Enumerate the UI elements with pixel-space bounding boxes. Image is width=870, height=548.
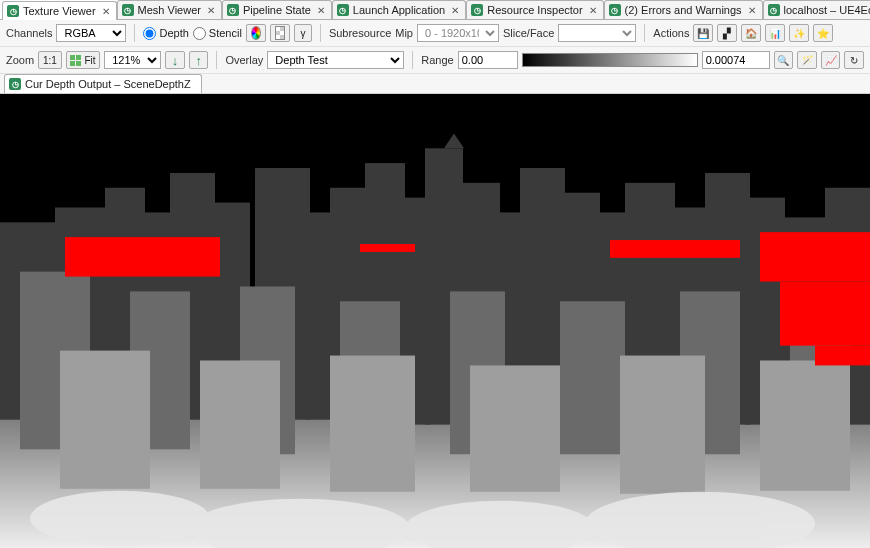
svg-rect-42 — [760, 232, 870, 281]
tab-texture-viewer[interactable]: ◷ Texture Viewer ✕ — [2, 1, 117, 20]
range-max-input[interactable] — [702, 51, 770, 69]
tab-label: Launch Application — [353, 4, 445, 16]
stencil-radio-label: Stencil — [209, 27, 242, 39]
divider — [644, 24, 645, 42]
stencil-radio[interactable]: Stencil — [193, 27, 242, 40]
action-wand-button[interactable]: ✨ — [789, 24, 809, 42]
tab-mesh-viewer[interactable]: ◷ Mesh Viewer ✕ — [117, 0, 222, 19]
zoom-fit-button[interactable]: Fit — [66, 51, 101, 69]
depth-render — [0, 94, 870, 548]
arrow-down-icon: ↓ — [172, 53, 179, 68]
svg-rect-37 — [620, 356, 705, 494]
wand-range-icon: 🪄 — [801, 55, 813, 66]
divider — [320, 24, 321, 42]
depth-radio-label: Depth — [159, 27, 188, 39]
svg-rect-38 — [760, 360, 850, 490]
range-wand-button[interactable]: 🪄 — [797, 51, 817, 69]
wand-icon: ✨ — [793, 28, 805, 39]
divider — [134, 24, 135, 42]
svg-rect-35 — [330, 356, 415, 492]
svg-marker-13 — [444, 133, 464, 148]
zoom-range-icon: 🔍 — [777, 55, 789, 66]
save-icon: 💾 — [697, 28, 709, 39]
overlay-label: Overlay — [225, 54, 263, 66]
close-icon[interactable]: ✕ — [317, 5, 325, 16]
svg-point-45 — [30, 491, 210, 546]
svg-rect-34 — [200, 360, 280, 488]
app-icon: ◷ — [7, 5, 19, 17]
svg-rect-33 — [60, 351, 150, 489]
range-gradient[interactable] — [522, 53, 698, 67]
range-reset-button[interactable]: ↻ — [844, 51, 864, 69]
mip-select[interactable]: 0 - 1920x1020 — [417, 24, 499, 42]
range-min-input[interactable] — [458, 51, 518, 69]
zoom-label: Zoom — [6, 54, 34, 66]
tab-label: Pipeline State — [243, 4, 311, 16]
svg-rect-41 — [610, 240, 740, 258]
close-icon[interactable]: ✕ — [102, 6, 110, 17]
subresource-label: Subresource — [329, 27, 391, 39]
depth-radio-input[interactable] — [143, 27, 156, 40]
tab-label: Texture Viewer — [23, 5, 96, 17]
range-label: Range — [421, 54, 453, 66]
stencil-radio-input[interactable] — [193, 27, 206, 40]
texture-viewport[interactable] — [0, 94, 870, 548]
close-icon[interactable]: ✕ — [451, 5, 459, 16]
close-icon[interactable]: ✕ — [207, 5, 215, 16]
gamma-button[interactable]: γ — [294, 24, 312, 42]
action-bars-button[interactable]: 📊 — [765, 24, 785, 42]
output-tab-scenedepthz[interactable]: ◷ Cur Depth Output – SceneDepthZ — [4, 74, 202, 93]
zoom-toolbar: Zoom 1:1 Fit 121% ↓ ↑ Overlay Depth Test… — [0, 47, 870, 74]
main-tabstrip: ◷ Texture Viewer ✕ ◷ Mesh Viewer ✕ ◷ Pip… — [0, 0, 870, 20]
background-checker-button[interactable] — [270, 24, 290, 42]
close-icon[interactable]: ✕ — [748, 5, 756, 16]
tab-errors-warnings[interactable]: ◷ (2) Errors and Warnings ✕ — [604, 0, 763, 19]
depth-radio[interactable]: Depth — [143, 27, 188, 40]
zoom-select[interactable]: 121% — [104, 51, 161, 69]
close-icon[interactable]: ✕ — [589, 5, 597, 16]
svg-rect-40 — [360, 244, 415, 252]
color-wheel-icon — [251, 26, 261, 40]
tab-localhost-connection[interactable]: ◷ localhost – UE4Editor [PID 22876] — [763, 0, 870, 19]
app-icon: ◷ — [609, 4, 621, 16]
home-icon: 🏠 — [745, 28, 757, 39]
app-icon: ◷ — [227, 4, 239, 16]
fit-label: Fit — [84, 55, 95, 66]
tab-resource-inspector[interactable]: ◷ Resource Inspector ✕ — [466, 0, 603, 19]
tab-launch-application[interactable]: ◷ Launch Application ✕ — [332, 0, 466, 19]
action-star-button[interactable]: ⭐ — [813, 24, 833, 42]
range-zoom-button[interactable]: 🔍 — [774, 51, 794, 69]
fit-icon — [70, 55, 81, 66]
tab-pipeline-state[interactable]: ◷ Pipeline State ✕ — [222, 0, 332, 19]
arrow-up-icon: ↑ — [195, 53, 202, 68]
tab-label: Resource Inspector — [487, 4, 582, 16]
app-icon: ◷ — [471, 4, 483, 16]
transform-icon: ▞ — [723, 28, 731, 39]
sliceface-label: Slice/Face — [503, 27, 554, 39]
zoom-out-button[interactable]: ↓ — [165, 51, 185, 69]
channels-select[interactable]: RGBA — [56, 24, 126, 42]
action-transform-button[interactable]: ▞ — [717, 24, 737, 42]
bars-icon: 📊 — [769, 28, 781, 39]
range-histogram-button[interactable]: 📈 — [821, 51, 841, 69]
svg-rect-44 — [815, 346, 870, 366]
divider — [412, 51, 413, 69]
tab-label: (2) Errors and Warnings — [625, 4, 742, 16]
channels-toolbar: Channels RGBA Depth Stencil γ Subresourc… — [0, 20, 870, 47]
checker-icon — [275, 26, 285, 40]
action-home-button[interactable]: 🏠 — [741, 24, 761, 42]
svg-rect-36 — [470, 365, 560, 491]
svg-rect-39 — [65, 237, 220, 276]
app-icon: ◷ — [768, 4, 780, 16]
mip-label: Mip — [395, 27, 413, 39]
overlay-select[interactable]: Depth Test — [267, 51, 404, 69]
zoom-1to1-button[interactable]: 1:1 — [38, 51, 62, 69]
star-icon: ⭐ — [817, 28, 829, 39]
action-save-button[interactable]: 💾 — [693, 24, 713, 42]
zoom-in-button[interactable]: ↑ — [189, 51, 209, 69]
color-picker-button[interactable] — [246, 24, 266, 42]
divider — [216, 51, 217, 69]
sliceface-select[interactable] — [558, 24, 636, 42]
app-icon: ◷ — [337, 4, 349, 16]
svg-rect-30 — [560, 301, 625, 454]
